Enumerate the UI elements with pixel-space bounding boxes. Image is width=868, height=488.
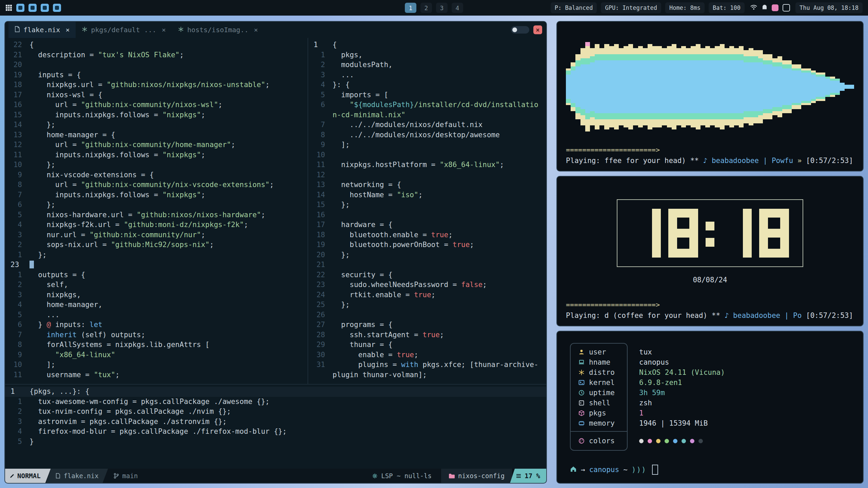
code-line[interactable]: 7 inherit (self) outputs; xyxy=(5,330,308,340)
app-launcher-icon[interactable] xyxy=(5,4,12,11)
tag-1[interactable]: 1 xyxy=(405,3,416,13)
tag-2[interactable]: 2 xyxy=(420,3,432,13)
code-line[interactable]: 8 forAllSystems = nixpkgs.lib.genAttrs [ xyxy=(5,340,308,350)
code-line[interactable]: 6 } @ inputs: let xyxy=(5,320,308,330)
line-number: 17 xyxy=(308,220,333,230)
code-line[interactable]: 10 xyxy=(308,150,546,160)
taskbar-app-icon[interactable] xyxy=(41,4,49,12)
tab-close-icon[interactable]: × xyxy=(65,26,70,34)
code-line[interactable]: 8 ../../modules/nixos/desktop/awesome xyxy=(308,130,546,140)
code-line[interactable]: 27 programs = { xyxy=(308,320,546,330)
code-line[interactable]: 29 thunar = { xyxy=(308,340,546,350)
editor-pane-pkgs-default[interactable]: 1{pkgs, ...}: {1 tux-awesome-wm-config =… xyxy=(5,384,546,469)
code-line[interactable]: 3 ... xyxy=(308,70,546,80)
code-line[interactable]: 18 nixpkgs.url = "github:nixos/nixpkgs/n… xyxy=(5,80,308,90)
code-line[interactable]: 6 }; xyxy=(5,200,308,210)
code-line[interactable]: 2 self, xyxy=(5,280,308,290)
code-line[interactable]: 2 sops-nix.url = "github:Mic92/sops-nix"… xyxy=(5,240,308,250)
code-line[interactable]: 6 "${modulesPath}/installer/cd-dvd/insta… xyxy=(308,100,546,110)
code-line[interactable]: 22{ xyxy=(5,40,308,50)
code-line[interactable]: n-cd-minimal.nix" xyxy=(308,110,546,120)
code-line[interactable]: 17 nixos-wsl = { xyxy=(5,90,308,100)
tab-close-icon[interactable]: × xyxy=(254,26,258,34)
code-line[interactable]: 4 firefox-mod-blur = pkgs.callPackage ./… xyxy=(5,427,546,437)
code-line[interactable]: 1 outputs = { xyxy=(5,270,308,280)
tag-4[interactable]: 4 xyxy=(452,3,463,13)
code-line[interactable]: 12 xyxy=(308,170,546,180)
code-line[interactable]: 20 }; xyxy=(308,250,546,260)
code-line[interactable]: 16 xyxy=(308,210,546,220)
code-line[interactable]: 1 }; xyxy=(5,250,308,260)
code-line[interactable]: 21 description = "tux's NixOS Flake"; xyxy=(5,50,308,60)
code-line[interactable]: 15 }; xyxy=(308,200,546,210)
code-line[interactable]: 4 home-manager, xyxy=(5,300,308,310)
tab-pkgs-default[interactable]: pkgs/default ... × xyxy=(76,22,172,38)
taskbar-app-icon[interactable] xyxy=(28,4,37,12)
code-line[interactable]: 9 nix-vscode-extensions = { xyxy=(5,170,308,180)
code-line[interactable]: 2 modulesPath, xyxy=(308,60,546,70)
code-line[interactable]: 12 url = "github:nix-community/home-mana… xyxy=(5,140,308,150)
code-line[interactable]: 1{pkgs, ...}: { xyxy=(5,387,546,397)
window-close-button[interactable]: × xyxy=(533,25,542,34)
recorder-icon[interactable] xyxy=(772,4,778,11)
code-line[interactable]: 23 xyxy=(5,260,308,270)
taskbar-app-icon[interactable] xyxy=(53,4,61,12)
code-line[interactable]: 19 inputs = { xyxy=(5,70,308,80)
code-line[interactable]: 24 rtkit.enable = true; xyxy=(308,290,546,300)
code-line[interactable]: 5 ... xyxy=(5,310,308,320)
code-line[interactable]: 31 plugins = with pkgs.xfce; [thunar-arc… xyxy=(308,360,546,370)
code-line[interactable]: 5 nixos-hardware.url = "github:nixos/nix… xyxy=(5,210,308,220)
code-line[interactable]: 25 }; xyxy=(308,300,546,310)
code-line[interactable]: 14 }; xyxy=(5,120,308,130)
code-line[interactable]: 8 url = "github:nix-community/nix-vscode… xyxy=(5,180,308,190)
code-line[interactable]: 20 xyxy=(5,60,308,70)
code-line[interactable]: 19 bluetooth.powerOnBoot = true; xyxy=(308,240,546,250)
tab-flake-nix[interactable]: flake.nix × xyxy=(8,22,76,38)
code-line[interactable]: 13 networking = { xyxy=(308,180,546,190)
code-line[interactable]: 3 nur.url = "github:nix-community/nur"; xyxy=(5,230,308,240)
shell-prompt[interactable]: → canopus ~ ))) xyxy=(570,465,850,475)
code-line[interactable]: 5 imports = [ xyxy=(308,90,546,100)
code-line[interactable]: 1{ xyxy=(308,40,546,50)
tag-3[interactable]: 3 xyxy=(436,3,448,13)
code-line[interactable]: 16 url = "github:nix-community/nixos-wsl… xyxy=(5,100,308,110)
code-line[interactable]: 5} xyxy=(5,437,546,447)
code-line[interactable]: 3 astronvim = pkgs.callPackage ./astronv… xyxy=(5,417,546,427)
code-line[interactable]: 10 ]; xyxy=(5,360,308,370)
code-line[interactable]: 1 tux-awesome-wm-config = pkgs.callPacka… xyxy=(5,397,546,407)
code-line[interactable]: 11 inputs.nixpkgs.follows = "nixpkgs"; xyxy=(5,150,308,160)
code-line[interactable]: 13 home-manager = { xyxy=(5,130,308,140)
code-line[interactable]: 3 nixpkgs, xyxy=(5,290,308,300)
code-line[interactable]: 7 ../../modules/nixos/default.nix xyxy=(308,120,546,130)
code-line[interactable]: 22 security = { xyxy=(308,270,546,280)
code-line[interactable]: 1 pkgs, xyxy=(308,50,546,60)
code-line[interactable]: 10 }; xyxy=(5,160,308,170)
code-line[interactable]: 4 nixpkgs-f2k.url = "github:moni-dz/nixp… xyxy=(5,220,308,230)
code-line[interactable]: plugin thunar-volman]; xyxy=(308,370,546,380)
code-line[interactable]: 14 hostName = "iso"; xyxy=(308,190,546,200)
code-line[interactable]: 2 tux-nvim-config = pkgs.callPackage ./n… xyxy=(5,407,546,417)
tray-toggle-icon[interactable] xyxy=(783,4,790,12)
code-line[interactable]: 30 enable = true; xyxy=(308,350,546,360)
code-line[interactable]: 9 ]; xyxy=(308,140,546,150)
code-line[interactable]: 15 inputs.nixpkgs.follows = "nixpkgs"; xyxy=(5,110,308,120)
code-line[interactable]: 9 "x86_64-linux" xyxy=(5,350,308,360)
code-line[interactable]: 23 sudo.wheelNeedsPassword = false; xyxy=(308,280,546,290)
code-line[interactable]: 28 ssh.startAgent = true; xyxy=(308,330,546,340)
code-line[interactable]: 26 xyxy=(308,310,546,320)
ghost-icon[interactable] xyxy=(762,4,768,12)
editor-pane-iso[interactable]: 1{1 pkgs,2 modulesPath,3 ...4}: {5 impor… xyxy=(308,38,546,384)
network-icon[interactable] xyxy=(750,4,757,12)
code-line[interactable]: 11 username = "tux"; xyxy=(5,370,308,380)
code-line[interactable]: 21 xyxy=(308,260,546,270)
code-line[interactable]: 7 inputs.nixpkgs.follows = "nixpkgs"; xyxy=(5,190,308,200)
code-line[interactable]: 17 hardware = { xyxy=(308,220,546,230)
code-line[interactable]: 11 nixpkgs.hostPlatform = "x86_64-linux"… xyxy=(308,160,546,170)
code-line[interactable]: 4}: { xyxy=(308,80,546,90)
layout-toggle[interactable] xyxy=(511,26,529,34)
taskbar-app-icon[interactable] xyxy=(16,4,24,12)
tab-close-icon[interactable]: × xyxy=(162,26,166,34)
editor-pane-flake[interactable]: 22{21 description = "tux's NixOS Flake";… xyxy=(5,38,308,384)
tab-hosts-isoimage[interactable]: hosts/isoImag.. × xyxy=(172,22,264,38)
code-line[interactable]: 18 bluetooth.enable = true; xyxy=(308,230,546,240)
